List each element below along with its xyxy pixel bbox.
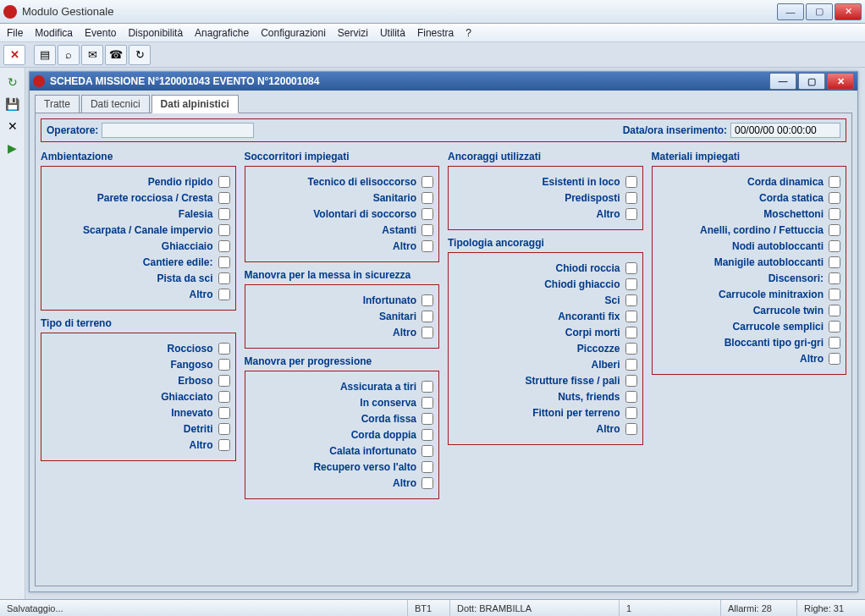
checkbox-falesia[interactable] bbox=[218, 208, 230, 220]
checkbox-corda-dinamica[interactable] bbox=[829, 176, 840, 188]
checkbox-chiodi-ghiaccio[interactable] bbox=[625, 278, 637, 290]
checkbox-astanti[interactable] bbox=[421, 224, 433, 236]
tab-dati-tecnici[interactable]: Dati tecnici bbox=[81, 95, 150, 113]
toolbar-close-record-button[interactable]: ✕ bbox=[3, 45, 25, 65]
checkbox-predisposti[interactable] bbox=[625, 192, 637, 204]
group-legend: Ambientazione bbox=[41, 151, 236, 162]
checkbox-altro[interactable] bbox=[829, 353, 840, 365]
menu-evento[interactable]: Evento bbox=[85, 27, 116, 39]
checkbox-calata-infortunato[interactable] bbox=[421, 445, 433, 457]
checkbox-altro[interactable] bbox=[625, 208, 637, 220]
checkbox-corda-doppia[interactable] bbox=[421, 429, 433, 441]
checkbox-carrucole-semplici[interactable] bbox=[829, 321, 840, 333]
checkbox-alberi[interactable] bbox=[625, 359, 637, 371]
checkbox-bloccanti-tipo-gri-gri[interactable] bbox=[829, 337, 840, 349]
checkbox-recupero-verso-l-alto[interactable] bbox=[421, 461, 433, 473]
toolbar-search-button[interactable]: ⌕ bbox=[58, 45, 80, 65]
column-4: Materiali impiegatiCorda dinamicaCorda s… bbox=[652, 151, 847, 580]
play-icon[interactable]: ▶ bbox=[5, 140, 20, 156]
menu-configurazioni[interactable]: Configurazioni bbox=[261, 27, 326, 39]
checkbox-pista-da-sci[interactable] bbox=[218, 272, 230, 284]
checkbox-pendio-ripido[interactable] bbox=[218, 176, 230, 188]
tab-tratte[interactable]: Tratte bbox=[35, 95, 80, 113]
checkbox-altro[interactable] bbox=[421, 477, 433, 489]
checkbox-sanitari[interactable] bbox=[421, 311, 433, 322]
checkbox-altro[interactable] bbox=[218, 289, 230, 300]
checkbox-nodi-autobloccanti[interactable] bbox=[829, 240, 840, 252]
data-ora-input[interactable] bbox=[730, 123, 840, 138]
field-discensori: Discensori: bbox=[658, 272, 841, 284]
checkbox-strutture-fisse-pali[interactable] bbox=[625, 375, 637, 387]
toolbar-refresh-button[interactable]: ↻ bbox=[129, 45, 151, 65]
save-icon[interactable]: 💾 bbox=[5, 96, 20, 112]
checkbox-esistenti-in-loco[interactable] bbox=[625, 176, 637, 188]
checkbox-corda-fissa[interactable] bbox=[421, 413, 433, 425]
checkbox-ghiacciato[interactable] bbox=[218, 391, 230, 403]
checkbox-cantiere-edile[interactable] bbox=[218, 256, 230, 268]
checkbox-carrucole-minitraxion[interactable] bbox=[829, 289, 840, 300]
toolbar-print-button[interactable]: ✉ bbox=[81, 45, 103, 65]
checkbox-volontari-di-soccorso[interactable] bbox=[421, 208, 433, 220]
checkbox-chiodi-roccia[interactable] bbox=[625, 262, 637, 274]
checkbox-corpi-morti[interactable] bbox=[625, 327, 637, 338]
toolbar-phone-button[interactable]: ☎ bbox=[105, 45, 127, 65]
checkbox-discensori[interactable] bbox=[829, 272, 840, 284]
close-button[interactable]: ✕ bbox=[835, 3, 862, 20]
checkbox-roccioso[interactable] bbox=[218, 343, 230, 355]
refresh-icon[interactable]: ↻ bbox=[5, 74, 20, 90]
doc-minimize-button[interactable]: — bbox=[769, 73, 796, 90]
menu-servizi[interactable]: Servizi bbox=[338, 27, 368, 39]
checkbox-carrucole-twin[interactable] bbox=[829, 305, 840, 316]
operatore-input[interactable] bbox=[102, 123, 254, 138]
checkbox-fittoni-per-terreno[interactable] bbox=[625, 407, 637, 419]
group-box: Pendio ripidoParete rocciosa / CrestaFal… bbox=[41, 166, 236, 311]
field-alberi: Alberi bbox=[454, 359, 637, 371]
field-assicurata-a-tiri: Assicurata a tiri bbox=[251, 381, 434, 393]
checkbox-ghiacciaio[interactable] bbox=[218, 240, 230, 252]
checkbox-altro[interactable] bbox=[421, 240, 433, 252]
minimize-button[interactable]: — bbox=[777, 3, 804, 20]
checkbox-anelli-cordino-fettuccia[interactable] bbox=[829, 224, 840, 236]
checkbox-sanitario[interactable] bbox=[421, 192, 433, 204]
checkbox-fangoso[interactable] bbox=[218, 359, 230, 371]
checkbox-in-conserva[interactable] bbox=[421, 397, 433, 409]
menu-modifica[interactable]: Modifica bbox=[35, 27, 73, 39]
checkbox-moschettoni[interactable] bbox=[829, 208, 840, 220]
menu-finestra[interactable]: Finestra bbox=[417, 27, 454, 39]
cancel-icon[interactable]: ✕ bbox=[5, 118, 20, 134]
checkbox-nuts-friends[interactable] bbox=[625, 391, 637, 403]
menu-file[interactable]: File bbox=[7, 27, 23, 39]
checkbox-assicurata-a-tiri[interactable] bbox=[421, 381, 433, 393]
checkbox-ancoranti-fix[interactable] bbox=[625, 311, 637, 322]
doc-close-button[interactable]: ✕ bbox=[827, 73, 854, 90]
doc-maximize-button[interactable]: ▢ bbox=[798, 73, 825, 90]
checkbox-sci[interactable] bbox=[625, 294, 637, 306]
group-box: Esistenti in locoPredispostiAltro bbox=[448, 166, 643, 230]
checkbox-erboso[interactable] bbox=[218, 375, 230, 387]
checkbox-infortunato[interactable] bbox=[421, 294, 433, 306]
field-label: Anelli, cordino / Fettuccia bbox=[700, 224, 824, 236]
menu-utilità[interactable]: Utilità bbox=[380, 27, 405, 39]
tab-dati-alpinistici[interactable]: Dati alpinistici bbox=[152, 95, 239, 113]
checkbox-altro[interactable] bbox=[421, 327, 433, 338]
maximize-button[interactable]: ▢ bbox=[806, 3, 833, 20]
checkbox-tecnico-di-elisoccorso[interactable] bbox=[421, 176, 433, 188]
group-legend: Materiali impiegati bbox=[652, 151, 847, 162]
field-in-conserva: In conserva bbox=[251, 397, 434, 409]
field-falesia: Falesia bbox=[47, 208, 230, 220]
menu-disponibilità[interactable]: Disponibilità bbox=[128, 27, 183, 39]
checkbox-detriti[interactable] bbox=[218, 423, 230, 435]
menu-anagrafiche[interactable]: Anagrafiche bbox=[195, 27, 249, 39]
checkbox-piccozze[interactable] bbox=[625, 343, 637, 355]
checkbox-innevato[interactable] bbox=[218, 407, 230, 419]
checkbox-altro[interactable] bbox=[625, 423, 637, 435]
field-label: Tecnico di elisoccorso bbox=[308, 176, 416, 188]
checkbox-corda-statica[interactable] bbox=[829, 192, 840, 204]
menu-?[interactable]: ? bbox=[466, 27, 471, 39]
checkbox-manigile-autobloccanti[interactable] bbox=[829, 256, 840, 268]
checkbox-parete-rocciosa-cresta[interactable] bbox=[218, 192, 230, 204]
checkbox-altro[interactable] bbox=[218, 439, 230, 451]
field-moschettoni: Moschettoni bbox=[658, 208, 841, 220]
checkbox-scarpata-canale-impervio[interactable] bbox=[218, 224, 230, 236]
toolbar-form-button[interactable]: ▤ bbox=[34, 45, 56, 65]
